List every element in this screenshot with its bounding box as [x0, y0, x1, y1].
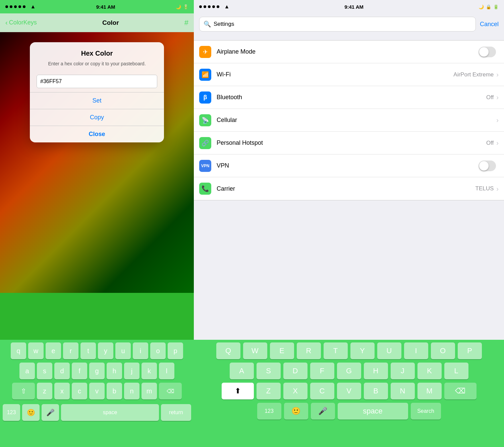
key-z[interactable]: z: [37, 383, 52, 399]
set-button[interactable]: Set: [30, 92, 164, 109]
cancel-button[interactable]: Cancel: [480, 21, 499, 28]
r-key-K[interactable]: K: [417, 363, 442, 379]
settings-row-airplane[interactable]: ✈ Airplane Mode: [194, 41, 504, 63]
key-n[interactable]: n: [124, 383, 139, 399]
r-key-R[interactable]: R: [297, 342, 321, 359]
bluetooth-chevron-icon: ›: [496, 93, 499, 101]
r-key-G[interactable]: G: [337, 363, 361, 379]
settings-row-wifi[interactable]: 📶 Wi-Fi AirPort Extreme ›: [194, 63, 504, 86]
r-key-A[interactable]: A: [230, 363, 254, 379]
key-p[interactable]: p: [168, 342, 183, 359]
r-key-P[interactable]: P: [458, 342, 482, 359]
settings-spacer-bottom: [194, 206, 504, 340]
key-v[interactable]: v: [89, 383, 105, 399]
r-key-O[interactable]: O: [431, 342, 455, 359]
r-key-F[interactable]: F: [310, 363, 334, 379]
vpn-toggle-knob: [479, 161, 489, 171]
key-b[interactable]: b: [107, 383, 122, 399]
left-status-bar: ▲ 9:41 AM 🌙 🔋: [0, 0, 194, 13]
key-r[interactable]: r: [63, 342, 78, 359]
r-shift-key[interactable]: ⬆: [222, 383, 254, 399]
settings-row-bluetooth[interactable]: β Bluetooth Off ›: [194, 86, 504, 109]
r-key-T[interactable]: T: [324, 342, 348, 359]
r-key-C[interactable]: C: [310, 383, 334, 399]
key-c[interactable]: c: [72, 383, 87, 399]
key-w[interactable]: w: [28, 342, 44, 359]
emoji-key[interactable]: 🙂: [22, 404, 40, 421]
key-t[interactable]: t: [80, 342, 96, 359]
key-o[interactable]: o: [150, 342, 166, 359]
settings-row-hotspot[interactable]: 🔗 Personal Hotspot Off ›: [194, 132, 504, 154]
r-key-J[interactable]: J: [391, 363, 415, 379]
r-dot-3: [208, 5, 211, 8]
r-mic-key[interactable]: 🎤: [311, 403, 335, 420]
carrier-chevron-icon: ›: [496, 185, 499, 193]
key-y[interactable]: y: [98, 342, 113, 359]
key-u[interactable]: u: [115, 342, 131, 359]
r-search-key[interactable]: Search: [411, 403, 441, 420]
r-key-M[interactable]: M: [417, 383, 442, 399]
hotspot-label: Personal Hotspot: [217, 139, 486, 146]
r-key-S[interactable]: S: [257, 363, 281, 379]
wifi-chevron-icon: ›: [496, 71, 499, 78]
signal-dot-5: [23, 5, 25, 8]
r-key-L[interactable]: L: [444, 363, 468, 379]
r-key-E[interactable]: E: [270, 342, 294, 359]
r-key-X[interactable]: X: [283, 383, 307, 399]
hotspot-icon: 🔗: [199, 137, 211, 149]
signal-dot-4: [18, 5, 21, 8]
key-d[interactable]: d: [54, 363, 70, 379]
key-h[interactable]: h: [107, 363, 122, 379]
settings-row-cellular[interactable]: 📡 Cellular ›: [194, 109, 504, 132]
r-key-W[interactable]: W: [243, 342, 267, 359]
search-input[interactable]: [214, 21, 471, 27]
key-s[interactable]: s: [37, 363, 52, 379]
space-key[interactable]: space: [61, 404, 159, 421]
key-q[interactable]: q: [11, 342, 26, 359]
numbers-key[interactable]: 123: [3, 404, 20, 421]
key-a[interactable]: a: [19, 363, 35, 379]
r-key-H[interactable]: H: [364, 363, 388, 379]
vpn-icon: VPN: [199, 160, 211, 172]
key-m[interactable]: m: [142, 383, 157, 399]
carrier-value: TELUS: [475, 185, 494, 192]
r-space-key[interactable]: space: [338, 403, 408, 420]
r-emoji-key[interactable]: 🙂: [284, 403, 308, 420]
r-key-Q[interactable]: Q: [216, 342, 240, 359]
r-key-D[interactable]: D: [283, 363, 307, 379]
settings-row-vpn[interactable]: VPN VPN: [194, 154, 504, 177]
r-dot-1: [199, 5, 202, 8]
key-f[interactable]: f: [72, 363, 87, 379]
key-j[interactable]: j: [124, 363, 139, 379]
r-delete-key[interactable]: ⌫: [444, 383, 477, 399]
key-l[interactable]: l: [159, 363, 174, 379]
airplane-icon: ✈: [199, 46, 211, 58]
r-key-B[interactable]: B: [364, 383, 388, 399]
r-key-U[interactable]: U: [377, 342, 401, 359]
return-key[interactable]: return: [161, 404, 191, 421]
r-key-Z[interactable]: Z: [257, 383, 281, 399]
shift-key[interactable]: ⇧: [12, 383, 35, 399]
key-e[interactable]: e: [46, 342, 61, 359]
mic-key[interactable]: 🎤: [42, 404, 59, 421]
r-kb-row-3: ⬆ Z X C V B N M ⌫: [196, 383, 502, 399]
key-i[interactable]: i: [133, 342, 148, 359]
back-button[interactable]: ‹ ColorKeys: [5, 19, 37, 26]
back-chevron-icon: ‹: [5, 19, 8, 26]
r-key-N[interactable]: N: [391, 383, 415, 399]
key-g[interactable]: g: [89, 363, 105, 379]
airplane-toggle[interactable]: [479, 47, 496, 57]
r-key-Y[interactable]: Y: [350, 342, 375, 359]
close-button[interactable]: Close: [30, 126, 164, 142]
key-x[interactable]: x: [54, 383, 70, 399]
copy-button[interactable]: Copy: [30, 109, 164, 126]
r-numbers-key[interactable]: 123: [257, 403, 281, 420]
r-key-V[interactable]: V: [337, 383, 361, 399]
key-k[interactable]: k: [142, 363, 157, 379]
hex-input[interactable]: [37, 75, 157, 88]
r-key-I[interactable]: I: [404, 342, 428, 359]
settings-row-carrier[interactable]: 📞 Carrier TELUS ›: [194, 177, 504, 200]
vpn-toggle[interactable]: [479, 161, 496, 171]
delete-key[interactable]: ⌫: [159, 383, 182, 399]
settings-section: ✈ Airplane Mode 📶 Wi-Fi AirPort Extreme …: [194, 40, 504, 200]
